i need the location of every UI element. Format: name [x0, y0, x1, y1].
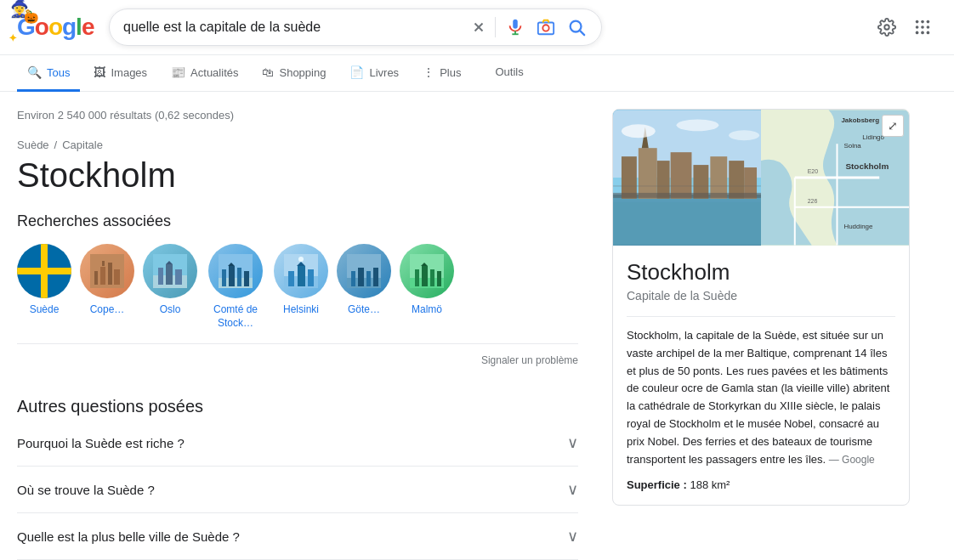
report-problem-link[interactable]: Signaler un problème — [17, 343, 578, 376]
more-tab-icon: ⋮ — [423, 65, 434, 79]
voice-search-button[interactable] — [504, 16, 526, 38]
svg-rect-33 — [222, 269, 226, 286]
related-searches-grid: Suède Cope… — [17, 244, 578, 330]
header: 🧙‍♀️ 🎃 G o o g l e ✦ quelle est la capit… — [0, 0, 954, 55]
svg-text:Huddinge: Huddinge — [843, 223, 873, 230]
images-tab-icon: 🖼 — [94, 65, 105, 79]
svg-point-44 — [298, 257, 304, 262]
faq-item-1[interactable]: Où se trouve la Suède ? ∨ — [17, 467, 578, 513]
svg-line-8 — [580, 31, 584, 35]
goteborg-label: Göte… — [348, 303, 380, 317]
settings-button[interactable] — [872, 13, 901, 42]
clear-button[interactable] — [471, 20, 486, 35]
oslo-label: Oslo — [160, 303, 181, 317]
goteborg-img — [337, 244, 391, 298]
tab-images-label: Images — [111, 66, 147, 79]
svg-point-15 — [927, 25, 930, 29]
svg-point-17 — [921, 31, 924, 35]
tab-actualites-label: Actualités — [190, 66, 238, 79]
grid-icon — [913, 18, 932, 37]
tab-plus[interactable]: ⋮ Plus — [412, 55, 471, 92]
tab-plus-label: Plus — [440, 66, 461, 79]
tab-shopping[interactable]: 🛍 Shopping — [252, 55, 336, 92]
copenhague-img — [80, 244, 134, 298]
svg-rect-63 — [639, 148, 657, 199]
books-tab-icon: 📄 — [349, 65, 364, 79]
tab-actualites[interactable]: 📰 Actualités — [161, 55, 248, 92]
svg-rect-54 — [422, 266, 428, 286]
comte-img — [208, 244, 263, 298]
breadcrumb-current: Capitale — [62, 139, 103, 151]
svg-rect-41 — [298, 266, 305, 286]
svg-rect-23 — [114, 269, 120, 285]
kp-map[interactable]: E20 226 Jakobsberg Solna Lidingö Stockho… — [761, 110, 909, 246]
camera-icon — [537, 18, 555, 37]
svg-text:226: 226 — [808, 198, 818, 204]
close-icon — [471, 20, 486, 35]
logo-text: 🧙‍♀️ 🎃 G o o g l e ✦ — [17, 14, 94, 41]
svg-rect-22 — [108, 263, 112, 285]
helsinki-img — [274, 244, 328, 298]
star-icon: ✦ — [9, 32, 16, 44]
related-item-goteborg[interactable]: Göte… — [337, 244, 391, 330]
city-photo-inner — [613, 110, 761, 246]
search-submit-button[interactable] — [565, 16, 588, 38]
faq-item-0[interactable]: Pourquoi la Suède est riche ? ∨ — [17, 420, 578, 467]
search-input[interactable]: quelle est la capitale de la suède — [123, 20, 463, 35]
kp-city-photo[interactable] — [613, 110, 761, 246]
faq-question-1: Où se trouve la Suède ? — [17, 483, 155, 497]
svg-rect-65 — [671, 152, 692, 199]
svg-rect-28 — [166, 264, 173, 285]
svg-rect-55 — [430, 269, 434, 286]
svg-rect-27 — [158, 268, 163, 285]
svg-point-9 — [884, 25, 889, 30]
svg-point-10 — [916, 20, 919, 24]
main-answer-title: Stockholm — [17, 155, 578, 195]
svg-point-14 — [921, 25, 924, 29]
related-item-malmo[interactable]: Malmö — [400, 244, 454, 330]
malmo-label: Malmö — [412, 303, 442, 317]
faq-item-2[interactable]: Quelle est la plus belle ville de Suède … — [17, 513, 578, 560]
kp-description: Stockholm, la capitale de la Suède, est … — [627, 327, 895, 468]
svg-rect-56 — [437, 271, 441, 286]
svg-rect-20 — [94, 271, 98, 285]
svg-rect-53 — [415, 269, 419, 286]
kp-body: Stockholm Capitale de la Suède Stockholm… — [613, 246, 909, 505]
related-item-oslo[interactable]: Oslo — [143, 244, 197, 330]
search-box: quelle est la capitale de la suède — [109, 8, 602, 46]
kp-meta: Superficie : 188 km² — [627, 478, 895, 491]
breadcrumb-parent[interactable]: Suède — [17, 139, 49, 151]
svg-point-18 — [927, 31, 930, 35]
svg-point-73 — [622, 124, 656, 138]
tab-livres[interactable]: 📄 Livres — [339, 55, 409, 92]
svg-rect-48 — [358, 268, 364, 286]
svg-rect-71 — [613, 193, 761, 198]
tab-outils[interactable]: Outils — [495, 55, 523, 91]
news-tab-icon: 📰 — [171, 65, 185, 79]
svg-text:Stockholm: Stockholm — [845, 161, 889, 171]
apps-grid-button[interactable] — [908, 13, 937, 42]
tab-tous[interactable]: 🔍 Tous — [17, 55, 80, 92]
faq-question-2: Quelle est la plus belle ville de Suède … — [17, 529, 240, 544]
tab-images[interactable]: 🖼 Images — [83, 55, 157, 92]
faq-title: Autres questions posées — [17, 397, 578, 416]
related-item-suede[interactable]: Suède — [17, 244, 71, 330]
svg-point-11 — [921, 20, 924, 24]
svg-point-12 — [927, 20, 930, 24]
logo-letter-e: e — [82, 14, 94, 41]
svg-rect-67 — [710, 156, 727, 199]
related-item-helsinki[interactable]: Helsinki — [274, 244, 328, 330]
chevron-down-icon-0: ∨ — [567, 433, 578, 452]
helsinki-label: Helsinki — [283, 303, 319, 317]
kp-container: E20 226 Jakobsberg Solna Lidingö Stockho… — [612, 109, 910, 506]
lens-search-button[interactable] — [535, 16, 557, 38]
related-item-copenhague[interactable]: Cope… — [80, 244, 134, 330]
svg-rect-24 — [102, 261, 105, 266]
related-item-comte[interactable]: Comté de Stock… — [206, 244, 265, 330]
kp-divider — [627, 316, 895, 317]
pumpkin-icon: 🎃 — [24, 10, 37, 24]
chevron-down-icon-2: ∨ — [567, 527, 578, 546]
svg-point-13 — [916, 25, 919, 29]
header-right — [872, 13, 937, 42]
map-expand-button[interactable]: ⤢ — [882, 115, 904, 137]
